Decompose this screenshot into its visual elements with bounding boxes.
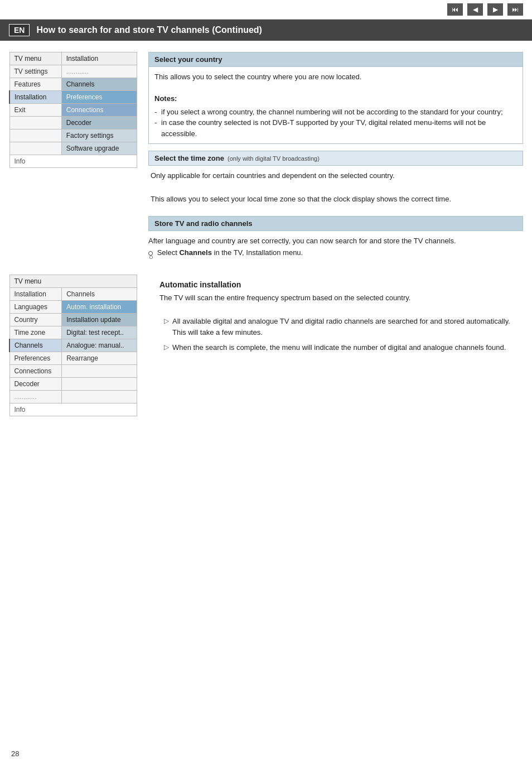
menu1-info-label: Info — [9, 155, 137, 168]
auto-install-item1-text: All available digital and analogue TV an… — [172, 316, 523, 339]
table-row: Channels Analogue: manual.. — [9, 339, 137, 352]
store-para1: After language and country are set corre… — [148, 235, 523, 247]
nav-first-button[interactable]: ⏮ — [447, 3, 463, 16]
menu1-info-row: Info — [9, 155, 137, 168]
select-country-title: Select your country — [149, 52, 523, 67]
table-row: Connections — [9, 364, 137, 377]
auto-install-content: Automatic installation The TV will scan … — [159, 275, 523, 416]
menu1-row1-col2: ............ — [61, 65, 137, 78]
notes-list: if you select a wrong country, the chann… — [154, 107, 517, 140]
menu1-row2-col2: Channels — [61, 78, 137, 91]
table-row: Software upgrade — [9, 142, 137, 155]
menu1-table: TV menu Installation TV settings .......… — [9, 52, 137, 168]
store-title: Store TV and radio channels — [148, 216, 523, 231]
table-row: Country Installation update — [9, 313, 137, 326]
menu1-row3-col2: Preferences — [61, 91, 137, 104]
menu2-row1-col2: Channels — [62, 287, 137, 300]
store-select-bold: Channels — [179, 248, 212, 257]
auto-install-para: The TV will scan the entire frequency sp… — [159, 292, 523, 304]
menu1-row6-col1 — [9, 129, 61, 142]
menu2-row5-col1: Channels — [9, 339, 62, 352]
select-country-body: This allows you to select the country wh… — [149, 67, 523, 143]
page-number: 28 — [11, 749, 19, 758]
page-header: EN How to search for and store TV channe… — [0, 20, 532, 41]
menu1-row4-col1: Exit — [9, 104, 61, 117]
timezone-para1: Only applicable for certain countries an… — [151, 170, 521, 182]
timezone-para2: This allows you to select your local tim… — [151, 194, 521, 205]
main-content: TV menu Installation TV settings .......… — [0, 41, 532, 259]
menu2-header: TV menu — [9, 275, 137, 287]
auto-install-body: The TV will scan the entire frequency sp… — [159, 292, 523, 354]
auto-install-item1: ▷ All available digital and analogue TV … — [159, 316, 523, 339]
menu2-header-row: TV menu — [9, 275, 137, 287]
menu2-row4-col1: Time zone — [9, 326, 62, 339]
menu2-row6-col1: Preferences — [9, 352, 62, 364]
arrow-icon-2: ▷ — [164, 342, 169, 354]
arrow-icon-1: ▷ — [164, 316, 169, 339]
menu1-header-row: TV menu Installation — [9, 52, 137, 65]
menu2-row2-col2: Autom. installation — [62, 300, 137, 313]
right-content: Select your country This allows you to s… — [148, 52, 523, 259]
table-row: Exit Connections — [9, 104, 137, 117]
lang-badge: EN — [9, 24, 30, 36]
menu1-container: TV menu Installation TV settings .......… — [9, 52, 148, 259]
table-row: Installation Preferences — [9, 91, 137, 104]
table-row: Features Channels — [9, 78, 137, 91]
store-select-prefix: Select — [157, 248, 180, 257]
table-row: Decoder — [9, 117, 137, 129]
timezone-body: Only applicable for certain countries an… — [148, 170, 523, 205]
menu2-info-row: Info — [9, 403, 137, 416]
auto-install-item2: ▷ When the search is complete, the menu … — [159, 342, 523, 354]
menu2-row7-col1: Connections — [9, 364, 62, 377]
table-row: Factory settings — [9, 129, 137, 142]
menu1-header-col1: TV menu — [9, 52, 61, 65]
menu1-row7-col2: Software upgrade — [61, 142, 137, 155]
menu2-row8-col2 — [62, 377, 137, 390]
menu2-row9-col1: ............ — [9, 390, 62, 403]
nav-prev-button[interactable]: ◀ — [467, 3, 483, 16]
table-row: Installation Channels — [9, 287, 137, 300]
nav-last-button[interactable]: ⏭ — [507, 3, 523, 16]
page-title: How to search for and store TV channels … — [36, 25, 262, 35]
menu2-row6-col2: Rearrange — [62, 352, 137, 364]
bullet-circle-icon: ○ — [148, 251, 153, 256]
select-country-para: This allows you to select the country wh… — [154, 71, 517, 83]
menu1-row5-col2: Decoder — [61, 117, 137, 129]
menu2-row8-col1: Decoder — [9, 377, 62, 390]
table-row: Preferences Rearrange — [9, 352, 137, 364]
menu1-header-col2: Installation — [61, 52, 137, 65]
table-row: Languages Autom. installation — [9, 300, 137, 313]
top-bar: ⏮ ◀ ▶ ⏭ — [0, 0, 532, 20]
menu1-row6-col2: Factory settings — [61, 129, 137, 142]
store-section: Store TV and radio channels After langua… — [148, 216, 523, 259]
menu1-row7-col1 — [9, 142, 61, 155]
table-row: Time zone Digital: test recept.. — [9, 326, 137, 339]
menu1-row4-col2: Connections — [61, 104, 137, 117]
menu2-info-label: Info — [9, 403, 137, 416]
nav-next-button[interactable]: ▶ — [487, 3, 503, 16]
menu1-row2-col1: Features — [9, 78, 61, 91]
list-item: if you select a wrong country, the chann… — [154, 107, 517, 118]
list-item: in case the country selected is not DVB-… — [154, 117, 517, 139]
store-body: After language and country are set corre… — [148, 235, 523, 259]
timezone-section: Select the time zone (only with digital … — [148, 151, 523, 205]
menu2-row2-col1: Languages — [9, 300, 62, 313]
store-select: ○ Select Channels in the TV, Installatio… — [148, 247, 523, 259]
auto-install-title: Automatic installation — [159, 280, 523, 289]
menu2-container: TV menu Installation Channels Languages … — [9, 275, 148, 416]
bottom-section: TV menu Installation Channels Languages … — [0, 263, 532, 416]
store-select-suffix: in the TV, Installation menu. — [212, 248, 303, 257]
auto-install-item2-text: When the search is complete, the menu wi… — [172, 342, 506, 354]
table-row: Decoder — [9, 377, 137, 390]
table-row: TV settings ............ — [9, 65, 137, 78]
notes-label: Notes: — [154, 93, 517, 104]
select-country-section: Select your country This allows you to s… — [148, 52, 523, 144]
table-row: ............ — [9, 390, 137, 403]
timezone-title-text: Select the time zone — [154, 154, 224, 162]
menu2-row3-col1: Country — [9, 313, 62, 326]
timezone-title: Select the time zone (only with digital … — [148, 151, 523, 166]
menu2-row5-col2: Analogue: manual.. — [62, 339, 137, 352]
menu2-table: TV menu Installation Channels Languages … — [9, 275, 137, 416]
menu2-row3-col2: Installation update — [62, 313, 137, 326]
menu1-row5-col1 — [9, 117, 61, 129]
